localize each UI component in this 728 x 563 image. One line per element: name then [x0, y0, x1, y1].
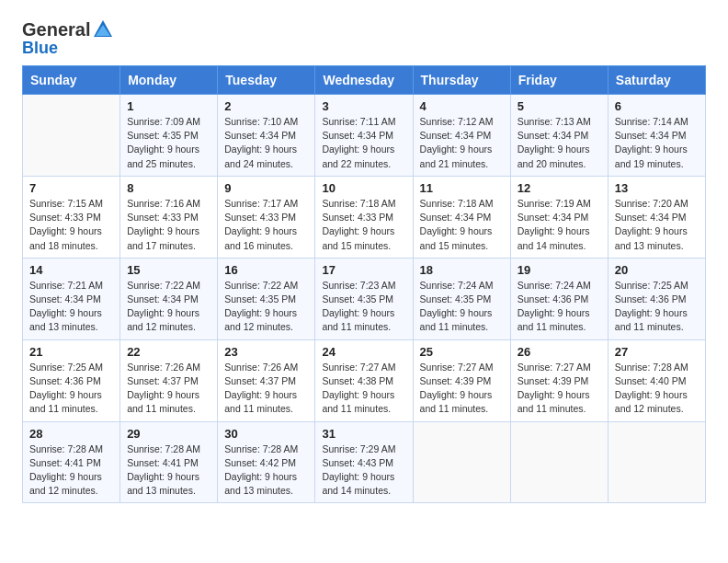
cell-sun-info: Sunrise: 7:24 AMSunset: 4:35 PMDaylight:… — [420, 279, 504, 335]
calendar-cell: 16Sunrise: 7:22 AMSunset: 4:35 PMDayligh… — [218, 258, 315, 339]
cell-sun-info: Sunrise: 7:25 AMSunset: 4:36 PMDaylight:… — [29, 361, 113, 417]
day-number: 30 — [224, 427, 308, 441]
calendar-cell: 1Sunrise: 7:09 AMSunset: 4:35 PMDaylight… — [120, 95, 218, 177]
header-sunday: Sunday — [23, 66, 120, 95]
day-number: 20 — [615, 263, 699, 277]
calendar: SundayMondayTuesdayWednesdayThursdayFrid… — [22, 65, 706, 503]
cell-sun-info: Sunrise: 7:09 AMSunset: 4:35 PMDaylight:… — [127, 115, 210, 171]
calendar-header-row: SundayMondayTuesdayWednesdayThursdayFrid… — [23, 66, 706, 95]
cell-sun-info: Sunrise: 7:10 AMSunset: 4:34 PMDaylight:… — [224, 115, 308, 171]
day-number: 7 — [29, 181, 113, 195]
calendar-cell: 4Sunrise: 7:12 AMSunset: 4:34 PMDaylight… — [413, 95, 510, 177]
cell-sun-info: Sunrise: 7:24 AMSunset: 4:36 PMDaylight:… — [518, 279, 601, 335]
calendar-cell: 10Sunrise: 7:18 AMSunset: 4:33 PMDayligh… — [315, 176, 413, 258]
cell-sun-info: Sunrise: 7:22 AMSunset: 4:35 PMDaylight:… — [224, 279, 308, 335]
cell-sun-info: Sunrise: 7:21 AMSunset: 4:34 PMDaylight:… — [29, 279, 113, 335]
cell-sun-info: Sunrise: 7:12 AMSunset: 4:34 PMDaylight:… — [420, 115, 504, 171]
day-number: 6 — [615, 99, 699, 113]
day-number: 22 — [127, 345, 210, 359]
calendar-cell: 14Sunrise: 7:21 AMSunset: 4:34 PMDayligh… — [23, 258, 120, 339]
calendar-cell: 22Sunrise: 7:26 AMSunset: 4:37 PMDayligh… — [120, 339, 218, 421]
calendar-cell: 24Sunrise: 7:27 AMSunset: 4:38 PMDayligh… — [315, 339, 413, 421]
cell-sun-info: Sunrise: 7:18 AMSunset: 4:33 PMDaylight:… — [322, 197, 405, 253]
calendar-cell: 2Sunrise: 7:10 AMSunset: 4:34 PMDaylight… — [218, 95, 315, 177]
logo-blue-text: Blue — [22, 39, 58, 58]
cell-sun-info: Sunrise: 7:27 AMSunset: 4:39 PMDaylight:… — [518, 361, 601, 417]
day-number: 29 — [127, 427, 210, 441]
calendar-cell: 15Sunrise: 7:22 AMSunset: 4:34 PMDayligh… — [120, 258, 218, 339]
cell-sun-info: Sunrise: 7:13 AMSunset: 4:34 PMDaylight:… — [518, 115, 601, 171]
header-monday: Monday — [120, 66, 218, 95]
day-number: 14 — [29, 263, 113, 277]
day-number: 18 — [420, 263, 504, 277]
calendar-cell: 3Sunrise: 7:11 AMSunset: 4:34 PMDaylight… — [315, 95, 413, 177]
day-number: 28 — [29, 427, 113, 441]
calendar-cell — [413, 421, 510, 503]
calendar-week-row: 7Sunrise: 7:15 AMSunset: 4:33 PMDaylight… — [23, 176, 706, 258]
day-number: 1 — [127, 99, 210, 113]
day-number: 12 — [518, 181, 601, 195]
day-number: 5 — [518, 99, 601, 113]
day-number: 21 — [29, 345, 113, 359]
calendar-cell — [510, 421, 608, 503]
day-number: 15 — [127, 263, 210, 277]
day-number: 4 — [420, 99, 504, 113]
calendar-cell: 17Sunrise: 7:23 AMSunset: 4:35 PMDayligh… — [315, 258, 413, 339]
day-number: 10 — [322, 181, 405, 195]
cell-sun-info: Sunrise: 7:28 AMSunset: 4:42 PMDaylight:… — [224, 442, 308, 499]
calendar-week-row: 14Sunrise: 7:21 AMSunset: 4:34 PMDayligh… — [23, 258, 706, 339]
cell-sun-info: Sunrise: 7:14 AMSunset: 4:34 PMDaylight:… — [615, 115, 699, 171]
day-number: 11 — [420, 181, 504, 195]
cell-sun-info: Sunrise: 7:19 AMSunset: 4:34 PMDaylight:… — [518, 197, 601, 253]
calendar-cell: 5Sunrise: 7:13 AMSunset: 4:34 PMDaylight… — [510, 95, 608, 177]
logo-icon — [92, 18, 114, 40]
day-number: 27 — [615, 345, 699, 359]
calendar-cell: 30Sunrise: 7:28 AMSunset: 4:42 PMDayligh… — [218, 421, 315, 503]
calendar-week-row: 21Sunrise: 7:25 AMSunset: 4:36 PMDayligh… — [23, 339, 706, 421]
day-number: 31 — [322, 427, 405, 441]
cell-sun-info: Sunrise: 7:29 AMSunset: 4:43 PMDaylight:… — [322, 442, 405, 499]
calendar-cell: 9Sunrise: 7:17 AMSunset: 4:33 PMDaylight… — [218, 176, 315, 258]
cell-sun-info: Sunrise: 7:20 AMSunset: 4:34 PMDaylight:… — [615, 197, 699, 253]
cell-sun-info: Sunrise: 7:23 AMSunset: 4:35 PMDaylight:… — [322, 279, 405, 335]
cell-sun-info: Sunrise: 7:17 AMSunset: 4:33 PMDaylight:… — [224, 197, 308, 253]
calendar-cell: 6Sunrise: 7:14 AMSunset: 4:34 PMDaylight… — [608, 95, 705, 177]
calendar-cell: 25Sunrise: 7:27 AMSunset: 4:39 PMDayligh… — [413, 339, 510, 421]
day-number: 24 — [322, 345, 405, 359]
header-tuesday: Tuesday — [218, 66, 315, 95]
calendar-cell: 28Sunrise: 7:28 AMSunset: 4:41 PMDayligh… — [23, 421, 120, 503]
calendar-cell: 31Sunrise: 7:29 AMSunset: 4:43 PMDayligh… — [315, 421, 413, 503]
cell-sun-info: Sunrise: 7:18 AMSunset: 4:34 PMDaylight:… — [420, 197, 504, 253]
cell-sun-info: Sunrise: 7:26 AMSunset: 4:37 PMDaylight:… — [224, 361, 308, 417]
calendar-cell: 27Sunrise: 7:28 AMSunset: 4:40 PMDayligh… — [608, 339, 705, 421]
calendar-cell: 23Sunrise: 7:26 AMSunset: 4:37 PMDayligh… — [218, 339, 315, 421]
day-number: 3 — [322, 99, 405, 113]
header-wednesday: Wednesday — [315, 66, 413, 95]
day-number: 2 — [224, 99, 308, 113]
header-thursday: Thursday — [413, 66, 510, 95]
logo-row: General — [22, 18, 116, 40]
calendar-cell: 11Sunrise: 7:18 AMSunset: 4:34 PMDayligh… — [413, 176, 510, 258]
cell-sun-info: Sunrise: 7:15 AMSunset: 4:33 PMDaylight:… — [29, 197, 113, 253]
calendar-cell: 20Sunrise: 7:25 AMSunset: 4:36 PMDayligh… — [608, 258, 705, 339]
calendar-cell: 13Sunrise: 7:20 AMSunset: 4:34 PMDayligh… — [608, 176, 705, 258]
cell-sun-info: Sunrise: 7:27 AMSunset: 4:38 PMDaylight:… — [322, 361, 405, 417]
header-saturday: Saturday — [608, 66, 705, 95]
calendar-cell: 29Sunrise: 7:28 AMSunset: 4:41 PMDayligh… — [120, 421, 218, 503]
day-number: 9 — [224, 181, 308, 195]
day-number: 17 — [322, 263, 405, 277]
day-number: 23 — [224, 345, 308, 359]
cell-sun-info: Sunrise: 7:11 AMSunset: 4:34 PMDaylight:… — [322, 115, 405, 171]
calendar-cell: 19Sunrise: 7:24 AMSunset: 4:36 PMDayligh… — [510, 258, 608, 339]
calendar-cell: 8Sunrise: 7:16 AMSunset: 4:33 PMDaylight… — [120, 176, 218, 258]
cell-sun-info: Sunrise: 7:28 AMSunset: 4:41 PMDaylight:… — [29, 442, 113, 499]
cell-sun-info: Sunrise: 7:28 AMSunset: 4:40 PMDaylight:… — [615, 361, 699, 417]
calendar-week-row: 28Sunrise: 7:28 AMSunset: 4:41 PMDayligh… — [23, 421, 706, 503]
calendar-week-row: 1Sunrise: 7:09 AMSunset: 4:35 PMDaylight… — [23, 95, 706, 177]
day-number: 8 — [127, 181, 210, 195]
cell-sun-info: Sunrise: 7:28 AMSunset: 4:41 PMDaylight:… — [127, 442, 210, 499]
day-number: 19 — [518, 263, 601, 277]
day-number: 13 — [615, 181, 699, 195]
header: General Blue — [22, 18, 706, 58]
cell-sun-info: Sunrise: 7:25 AMSunset: 4:36 PMDaylight:… — [615, 279, 699, 335]
